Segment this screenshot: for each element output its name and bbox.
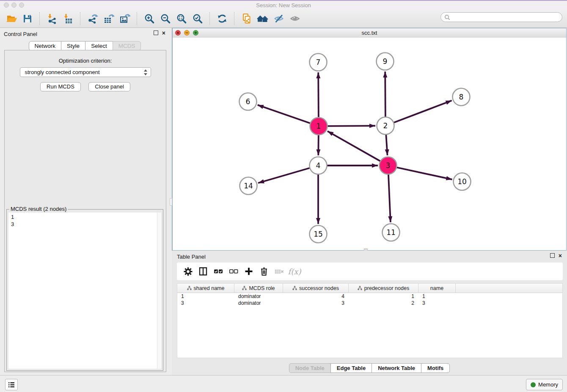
- main-toolbar: [0, 9, 567, 28]
- close-panel-button[interactable]: Close panel: [88, 82, 130, 91]
- zoom-selected-icon: [192, 13, 203, 24]
- os-title-bar: Session: New Session: [0, 1, 567, 9]
- tab-mcds[interactable]: MCDS: [113, 41, 141, 51]
- delete-column-button[interactable]: [257, 265, 271, 278]
- table-cell-MCDS-role[interactable]: dominator: [234, 300, 283, 306]
- graph-node-label: 15: [314, 230, 323, 238]
- table-row[interactable]: 1dominator411: [177, 293, 562, 300]
- save-session-button[interactable]: [19, 11, 36, 27]
- table-cell-MCDS-role[interactable]: dominator: [234, 293, 283, 300]
- session-title: Session: New Session: [0, 2, 567, 8]
- tab-motifs[interactable]: Motifs: [421, 363, 450, 373]
- mcds-result-lines: 13: [8, 213, 161, 228]
- dropdown-value: strongly connected component: [25, 69, 100, 75]
- run-mcds-button[interactable]: Run MCDS: [40, 82, 81, 91]
- select-all-button[interactable]: [212, 265, 225, 278]
- open-session-button[interactable]: [3, 11, 19, 27]
- table-row[interactable]: 3dominator323: [177, 300, 562, 306]
- deselect-all-button[interactable]: [227, 265, 240, 278]
- zoom-selected-button[interactable]: [190, 11, 206, 27]
- table-cell-name[interactable]: 3: [418, 300, 456, 306]
- clone-network-button[interactable]: [239, 11, 255, 27]
- table-settings-button[interactable]: [181, 265, 195, 278]
- float-panel-icon[interactable]: [154, 30, 158, 35]
- table-cell-shared-name[interactable]: 1: [177, 293, 234, 300]
- export-network-icon: [87, 13, 98, 24]
- tab-style[interactable]: Style: [61, 41, 85, 51]
- toolbar-separator: [39, 12, 40, 25]
- network-canvas[interactable]: 7968124314101511: [173, 38, 566, 250]
- column-header-shared-name[interactable]: shared name: [177, 284, 234, 293]
- import-table-icon: [63, 13, 74, 24]
- table-cell-successor-nodes[interactable]: 3: [283, 300, 349, 306]
- graph-node-3[interactable]: 3: [380, 157, 397, 174]
- table-cell-name[interactable]: 1: [418, 293, 456, 300]
- first-neighbors-button[interactable]: [255, 11, 271, 27]
- status-bar: Memory: [0, 375, 567, 392]
- close-panel-icon[interactable]: ×: [162, 31, 165, 35]
- graph-node-2[interactable]: 2: [377, 117, 394, 135]
- graph-node-8[interactable]: 8: [453, 88, 470, 106]
- optimization-criterion-label: Optimization criterion:: [5, 58, 166, 64]
- graph-node-11[interactable]: 11: [383, 224, 400, 241]
- graph-node-9[interactable]: 9: [377, 53, 394, 70]
- apply-layout-button[interactable]: [214, 11, 230, 27]
- export-network-button[interactable]: [85, 11, 101, 27]
- tab-select[interactable]: Select: [85, 41, 113, 51]
- mcds-result-list[interactable]: 13: [8, 213, 161, 369]
- graph-edge-3-10[interactable]: [388, 166, 452, 179]
- memory-status-icon: [531, 382, 536, 387]
- float-table-panel-icon[interactable]: [550, 253, 555, 258]
- table-cell-predecessor-nodes[interactable]: 2: [349, 300, 418, 306]
- hide-selected-button[interactable]: [271, 11, 287, 27]
- tab-node-table[interactable]: Node Table: [289, 363, 331, 373]
- column-type-icon: [187, 286, 192, 290]
- graph-node-7[interactable]: 7: [310, 54, 327, 71]
- table-cell-shared-name[interactable]: 3: [177, 300, 234, 306]
- control-panel-title: Control Panel: [4, 31, 37, 37]
- tab-network[interactable]: Network: [29, 41, 62, 51]
- graph-edge-1-6[interactable]: [258, 105, 319, 126]
- column-header-name[interactable]: name: [418, 284, 456, 293]
- tab-edge-table[interactable]: Edge Table: [330, 363, 372, 373]
- table-cell-successor-nodes[interactable]: 4: [283, 293, 349, 300]
- task-history-button[interactable]: [5, 379, 18, 390]
- show-column-button[interactable]: [196, 265, 210, 278]
- graph-node-1[interactable]: 1: [310, 118, 328, 135]
- graph-edge-3-1[interactable]: [328, 131, 388, 166]
- graph-node-label: 4: [316, 161, 321, 170]
- search-input[interactable]: [450, 14, 562, 20]
- mcds-result-scrollbar[interactable]: [157, 213, 161, 369]
- select-all-icon: [213, 267, 223, 276]
- optimization-criterion-dropdown[interactable]: strongly connected component: [20, 67, 151, 77]
- import-table-button[interactable]: [60, 11, 76, 27]
- memory-button[interactable]: Memory: [526, 379, 563, 390]
- column-header-predecessor-nodes[interactable]: predecessor nodes: [349, 284, 418, 293]
- graph-node-label: 6: [246, 97, 250, 106]
- close-table-panel-icon[interactable]: ×: [559, 254, 562, 258]
- import-network-button[interactable]: [44, 11, 60, 27]
- graph-node-10[interactable]: 10: [454, 173, 471, 190]
- graph-node-15[interactable]: 15: [310, 226, 327, 243]
- graph-edge-2-8[interactable]: [385, 101, 452, 126]
- zoom-out-icon: [160, 13, 171, 24]
- tab-network-table[interactable]: Network Table: [372, 363, 421, 373]
- graph-node-6[interactable]: 6: [239, 93, 257, 110]
- export-table-button[interactable]: [101, 11, 117, 27]
- network-window-titlebar[interactable]: scc.txt: [173, 28, 566, 38]
- graph-node-4[interactable]: 4: [310, 157, 327, 174]
- deselect-all-icon: [228, 267, 239, 276]
- graph-node-14[interactable]: 14: [240, 177, 257, 195]
- add-column-button[interactable]: [242, 265, 256, 278]
- function-builder-button-disabled: f(x): [288, 265, 301, 278]
- zoom-fit-button[interactable]: [173, 11, 190, 27]
- toolbar-separator: [137, 12, 138, 25]
- column-header-successor-nodes[interactable]: successor nodes: [283, 284, 349, 293]
- table-cell-predecessor-nodes[interactable]: 1: [349, 293, 418, 300]
- zoom-out-button[interactable]: [157, 11, 173, 27]
- zoom-in-button[interactable]: [141, 11, 157, 27]
- show-all-button[interactable]: [287, 11, 303, 27]
- export-image-button[interactable]: [117, 11, 133, 27]
- column-header-MCDS-role[interactable]: MCDS role: [234, 284, 283, 293]
- graph-edge-4-14[interactable]: [258, 166, 318, 183]
